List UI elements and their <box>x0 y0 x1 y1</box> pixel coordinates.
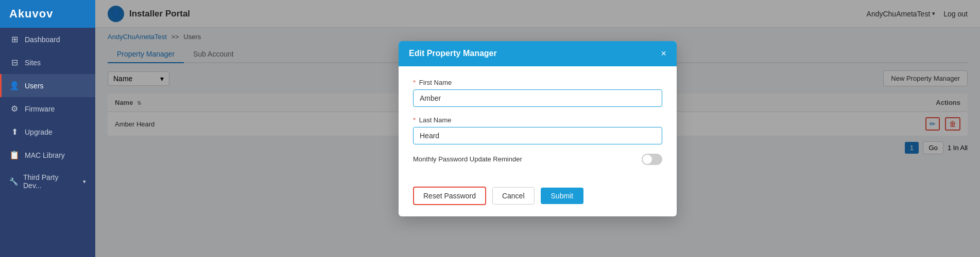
sidebar-item-firmware[interactable]: ⚙ Firmware <box>0 97 95 120</box>
modal-footer: Reset Password Cancel Submit <box>399 187 677 216</box>
main-content: 👤 Installer Portal AndyChuAmetaTest ▾ Lo… <box>95 0 980 257</box>
modal-close-button[interactable]: × <box>661 48 666 59</box>
sidebar-item-label: Firmware <box>25 105 55 113</box>
sites-icon: ⊟ <box>9 58 20 67</box>
first-name-group: * First Name <box>413 79 662 107</box>
toggle-knob <box>643 155 652 164</box>
required-indicator: * <box>413 79 416 86</box>
sidebar-item-third-party[interactable]: 🔧 Third Party Dev... ▾ <box>0 167 95 196</box>
last-name-input[interactable] <box>413 127 662 144</box>
monthly-reminder-row: Monthly Password Update Reminder <box>413 154 662 165</box>
sidebar-item-dashboard[interactable]: ⊞ Dashboard <box>0 28 95 51</box>
first-name-input[interactable] <box>413 89 662 107</box>
monthly-reminder-toggle[interactable] <box>642 154 662 165</box>
sidebar-item-label: Sites <box>25 59 41 67</box>
logo-text: Akuvov <box>9 7 53 21</box>
sidebar-item-users[interactable]: 👤 Users <box>0 74 95 97</box>
last-name-label: * Last Name <box>413 116 662 124</box>
modal-header: Edit Property Manager × <box>399 41 677 66</box>
edit-property-manager-modal: Edit Property Manager × * First Name * L… <box>399 41 677 216</box>
first-name-label: * First Name <box>413 79 662 86</box>
sidebar-item-mac-library[interactable]: 📋 MAC Library <box>0 143 95 167</box>
mac-library-icon: 📋 <box>9 150 20 160</box>
third-party-icon: 🔧 <box>9 177 18 186</box>
submit-button[interactable]: Submit <box>541 188 584 204</box>
upgrade-icon: ⬆ <box>9 127 20 137</box>
chevron-down-icon: ▾ <box>83 178 86 185</box>
monthly-reminder-label: Monthly Password Update Reminder <box>413 155 522 163</box>
sidebar-item-label: Dashboard <box>25 35 60 44</box>
reset-password-button[interactable]: Reset Password <box>413 187 486 205</box>
modal-overlay: Edit Property Manager × * First Name * L… <box>95 0 980 257</box>
sidebar-item-label: Third Party Dev... <box>23 173 78 190</box>
sidebar-item-sites[interactable]: ⊟ Sites <box>0 51 95 74</box>
modal-body: * First Name * Last Name Monthly Passwor… <box>399 66 677 187</box>
dashboard-icon: ⊞ <box>9 34 20 44</box>
sidebar-item-upgrade[interactable]: ⬆ Upgrade <box>0 120 95 143</box>
sidebar-logo: Akuvov <box>0 0 95 28</box>
last-name-group: * Last Name <box>413 116 662 144</box>
cancel-button[interactable]: Cancel <box>492 187 535 205</box>
firmware-icon: ⚙ <box>9 104 20 114</box>
sidebar: Akuvov ⊞ Dashboard ⊟ Sites 👤 Users ⚙ Fir… <box>0 0 95 257</box>
users-icon: 👤 <box>9 81 20 90</box>
modal-title: Edit Property Manager <box>409 49 497 58</box>
required-indicator: * <box>413 116 416 124</box>
sidebar-item-label: Users <box>25 82 44 90</box>
sidebar-item-label: MAC Library <box>25 151 65 159</box>
sidebar-item-label: Upgrade <box>25 128 53 136</box>
